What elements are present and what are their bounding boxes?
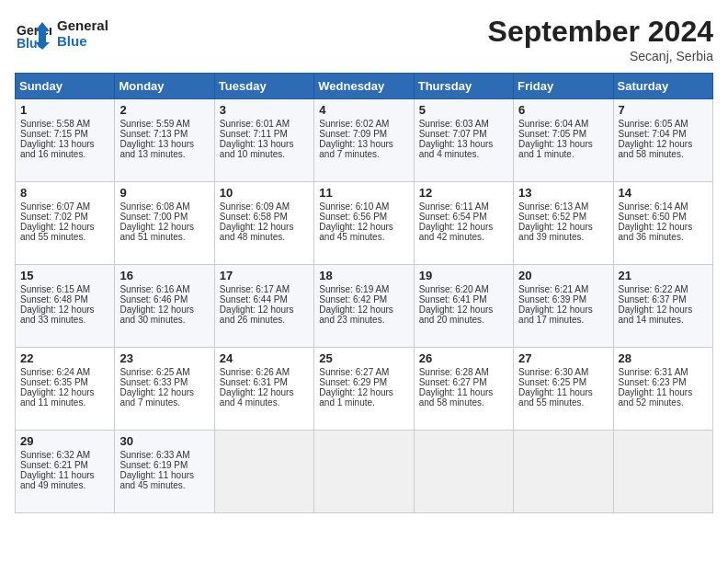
day-number: 26 xyxy=(419,351,508,365)
calendar-day-cell: 19Sunrise: 6:20 AMSunset: 6:41 PMDayligh… xyxy=(414,265,513,348)
day-info-line: Sunset: 7:07 PM xyxy=(419,129,508,139)
empty-cell xyxy=(214,431,313,513)
page-header: General Blue General Blue September 2024… xyxy=(15,15,713,63)
day-info-line: Sunset: 6:19 PM xyxy=(119,460,209,470)
empty-cell xyxy=(414,431,513,513)
calendar-day-cell: 18Sunrise: 6:19 AMSunset: 6:42 PMDayligh… xyxy=(314,265,414,348)
day-info-line: and 45 minutes. xyxy=(319,232,408,242)
calendar-week-row: 29Sunrise: 6:32 AMSunset: 6:21 PMDayligh… xyxy=(16,431,713,513)
calendar-week-row: 1Sunrise: 5:58 AMSunset: 7:15 PMDaylight… xyxy=(16,99,713,182)
day-info-line: and 39 minutes. xyxy=(518,232,608,242)
day-number: 28 xyxy=(619,351,708,365)
day-info-line: Sunset: 6:46 PM xyxy=(119,294,209,304)
month-title: September 2024 xyxy=(488,15,713,49)
day-info-line: and 14 minutes. xyxy=(619,315,708,325)
day-info-line: and 55 minutes. xyxy=(518,397,608,408)
header-row: SundayMondayTuesdayWednesdayThursdayFrid… xyxy=(16,74,713,99)
day-info-line: Daylight: 12 hours xyxy=(419,304,508,315)
day-info-line: Daylight: 12 hours xyxy=(20,222,109,232)
empty-cell xyxy=(514,431,613,513)
calendar-day-cell: 14Sunrise: 6:14 AMSunset: 6:50 PMDayligh… xyxy=(613,182,712,265)
day-number: 25 xyxy=(319,351,408,365)
day-info-line: Daylight: 13 hours xyxy=(319,139,408,149)
day-number: 27 xyxy=(518,351,608,365)
day-info-line: and 17 minutes. xyxy=(518,315,608,325)
day-info-line: Sunset: 7:13 PM xyxy=(119,129,209,139)
day-info-line: Sunset: 7:05 PM xyxy=(518,129,608,139)
day-number: 6 xyxy=(518,103,608,117)
weekday-header-sunday: Sunday xyxy=(16,74,115,99)
day-info-line: Daylight: 13 hours xyxy=(220,139,309,149)
calendar-day-cell: 9Sunrise: 6:08 AMSunset: 7:00 PMDaylight… xyxy=(115,182,214,265)
day-info-line: Sunrise: 6:01 AM xyxy=(220,119,309,129)
calendar-day-cell: 5Sunrise: 6:03 AMSunset: 7:07 PMDaylight… xyxy=(414,99,513,182)
day-info-line: Sunset: 6:39 PM xyxy=(518,294,608,304)
day-info-line: and 55 minutes. xyxy=(20,232,109,242)
calendar-day-cell: 3Sunrise: 6:01 AMSunset: 7:11 PMDaylight… xyxy=(214,99,313,182)
day-info-line: Sunset: 6:33 PM xyxy=(119,377,209,387)
calendar-day-cell: 16Sunrise: 6:16 AMSunset: 6:46 PMDayligh… xyxy=(115,265,214,348)
empty-cell xyxy=(613,431,712,513)
day-info-line: Daylight: 12 hours xyxy=(319,304,408,315)
weekday-header-friday: Friday xyxy=(514,74,613,99)
calendar-day-cell: 1Sunrise: 5:58 AMSunset: 7:15 PMDaylight… xyxy=(16,99,115,182)
day-number: 11 xyxy=(319,186,408,200)
calendar-day-cell: 17Sunrise: 6:17 AMSunset: 6:44 PMDayligh… xyxy=(214,265,313,348)
calendar-day-cell: 13Sunrise: 6:13 AMSunset: 6:52 PMDayligh… xyxy=(514,182,613,265)
calendar-day-cell: 8Sunrise: 6:07 AMSunset: 7:02 PMDaylight… xyxy=(16,182,115,265)
day-info-line: Daylight: 13 hours xyxy=(419,139,508,149)
calendar-day-cell: 28Sunrise: 6:31 AMSunset: 6:23 PMDayligh… xyxy=(613,348,712,431)
calendar-day-cell: 29Sunrise: 6:32 AMSunset: 6:21 PMDayligh… xyxy=(16,431,115,513)
day-info-line: Sunrise: 6:21 AM xyxy=(518,284,608,294)
day-info-line: Sunset: 6:21 PM xyxy=(20,460,109,470)
day-info-line: Sunset: 7:11 PM xyxy=(220,129,309,139)
day-info-line: Sunset: 7:04 PM xyxy=(619,129,708,139)
day-info-line: Sunrise: 6:27 AM xyxy=(319,367,408,377)
day-number: 21 xyxy=(619,269,708,282)
day-number: 10 xyxy=(220,186,309,200)
day-info-line: Sunrise: 6:33 AM xyxy=(119,450,209,460)
calendar-week-row: 15Sunrise: 6:15 AMSunset: 6:48 PMDayligh… xyxy=(16,265,713,348)
day-number: 19 xyxy=(419,269,508,282)
day-info-line: Sunrise: 6:16 AM xyxy=(119,284,209,294)
day-info-line: Sunrise: 6:15 AM xyxy=(20,284,109,294)
calendar-week-row: 8Sunrise: 6:07 AMSunset: 7:02 PMDaylight… xyxy=(16,182,713,265)
day-info-line: Daylight: 12 hours xyxy=(419,222,508,232)
location-subtitle: Secanj, Serbia xyxy=(488,49,713,63)
calendar-day-cell: 7Sunrise: 6:05 AMSunset: 7:04 PMDaylight… xyxy=(613,99,712,182)
day-number: 15 xyxy=(20,269,109,282)
day-info-line: Sunset: 6:56 PM xyxy=(319,212,408,222)
day-info-line: Sunset: 6:54 PM xyxy=(419,212,508,222)
day-info-line: Sunset: 6:37 PM xyxy=(619,294,708,304)
day-info-line: Sunset: 6:27 PM xyxy=(419,377,508,387)
day-number: 5 xyxy=(419,103,508,117)
day-info-line: and 11 minutes. xyxy=(20,397,109,408)
day-info-line: Daylight: 13 hours xyxy=(119,139,209,149)
day-info-line: Daylight: 12 hours xyxy=(20,387,109,397)
calendar-week-row: 22Sunrise: 6:24 AMSunset: 6:35 PMDayligh… xyxy=(16,348,713,431)
day-info-line: Daylight: 13 hours xyxy=(518,139,608,149)
day-number: 7 xyxy=(619,103,708,117)
day-info-line: Daylight: 12 hours xyxy=(619,222,708,232)
day-number: 3 xyxy=(220,103,309,117)
day-info-line: Sunrise: 6:24 AM xyxy=(20,367,109,377)
day-info-line: Sunrise: 6:13 AM xyxy=(518,201,608,212)
day-info-line: Sunrise: 6:10 AM xyxy=(319,201,408,212)
day-info-line: Sunset: 6:48 PM xyxy=(20,294,109,304)
day-info-line: Sunset: 6:44 PM xyxy=(220,294,309,304)
weekday-header-thursday: Thursday xyxy=(414,74,513,99)
day-info-line: and 1 minute. xyxy=(518,149,608,159)
day-info-line: and 26 minutes. xyxy=(220,315,309,325)
day-info-line: and 58 minutes. xyxy=(619,149,708,159)
day-info-line: Daylight: 11 hours xyxy=(619,387,708,397)
day-info-line: Sunset: 6:35 PM xyxy=(20,377,109,387)
day-info-line: Daylight: 12 hours xyxy=(119,222,209,232)
day-info-line: Sunset: 6:52 PM xyxy=(518,212,608,222)
calendar-day-cell: 4Sunrise: 6:02 AMSunset: 7:09 PMDaylight… xyxy=(314,99,414,182)
calendar-day-cell: 23Sunrise: 6:25 AMSunset: 6:33 PMDayligh… xyxy=(115,348,214,431)
day-info-line: Daylight: 12 hours xyxy=(119,304,209,315)
day-info-line: Sunrise: 6:05 AM xyxy=(619,119,708,129)
day-number: 22 xyxy=(20,351,109,365)
day-info-line: Sunset: 6:23 PM xyxy=(619,377,708,387)
day-info-line: and 16 minutes. xyxy=(20,149,109,159)
